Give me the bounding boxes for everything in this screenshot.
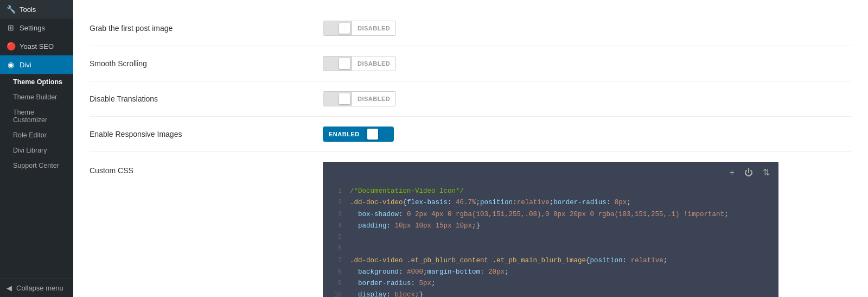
setting-enable-responsive-images: Enable Responsive Images ENABLED	[90, 117, 852, 152]
toggle-grab-first-post-image[interactable]: DISABLED	[323, 21, 396, 36]
sidebar-item-divi-library[interactable]: Divi Library	[0, 143, 73, 158]
toggle-label: DISABLED	[352, 56, 395, 71]
sidebar-item-tools-label: Tools	[20, 5, 36, 14]
code-line-4: 4 padding: 10px 10px 15px 10px;}	[323, 220, 778, 232]
setting-smooth-scrolling: Smooth Scrolling DISABLED	[90, 46, 852, 81]
sidebar-item-support-center[interactable]: Support Center	[0, 158, 73, 173]
toggle-label: DISABLED	[352, 92, 395, 106]
collapse-menu-button[interactable]: ◀ Collapse menu	[0, 279, 73, 297]
sidebar-item-divi-label: Divi	[20, 61, 31, 69]
setting-disable-translations: Disable Translations DISABLED	[90, 81, 852, 117]
toggle-enable-responsive-images[interactable]: ENABLED	[323, 127, 394, 142]
toggle-disable-translations[interactable]: DISABLED	[323, 91, 396, 106]
code-line-3: 3 box-shadow: 0 2px 4px 0 rgba(103,151,2…	[323, 209, 778, 220]
code-line-1: 1 /*Documentation-Video Icon*/	[323, 186, 778, 197]
toggle-thumb-enabled	[367, 129, 378, 140]
sidebar-item-yoast[interactable]: 🔴 Yoast SEO	[0, 37, 73, 55]
sidebar-item-theme-customizer[interactable]: Theme Customizer	[0, 105, 73, 128]
sidebar-item-tools[interactable]: 🔧 Tools	[0, 0, 73, 18]
sidebar-item-divi[interactable]: ◉ Divi	[0, 55, 73, 74]
setting-label-disable-translations: Disable Translations	[90, 94, 323, 103]
setting-grab-first-post-image: Grab the first post image DISABLED	[90, 11, 852, 46]
code-line-8: 8 background: #000;margin-bottom: 20px;	[323, 267, 778, 278]
code-line-7: 7 .dd-doc-video .et_pb_blurb_content .et…	[323, 255, 778, 267]
css-editor[interactable]: + ⏻ ⇅ 1 /*Documentation-Video Icon*/ 2 .…	[323, 162, 778, 297]
toggle-thumb	[339, 58, 350, 69]
setting-label-grab-first-post-image: Grab the first post image	[90, 24, 323, 33]
sidebar-item-settings-label: Settings	[20, 24, 45, 32]
divi-submenu: Theme Options Theme Builder Theme Custom…	[0, 74, 73, 173]
tools-icon: 🔧	[7, 5, 15, 14]
code-line-9: 9 border-radius: 5px;	[323, 278, 778, 289]
css-editor-toolbar: + ⏻ ⇅	[323, 162, 778, 183]
toggle-label: DISABLED	[352, 21, 395, 35]
main-content: Grab the first post image DISABLED Smoot…	[73, 0, 868, 297]
code-line-5: 5	[323, 232, 778, 243]
setting-label-custom-css: Custom CSS	[90, 162, 323, 175]
code-line-6: 6	[323, 243, 778, 255]
sidebar-item-settings[interactable]: ⊞ Settings	[0, 18, 73, 37]
settings-icon: ⊞	[7, 23, 15, 32]
setting-custom-css: Custom CSS + ⏻ ⇅ 1 /*Documentation-Video…	[90, 152, 852, 297]
css-power-button[interactable]: ⏻	[742, 167, 755, 179]
css-add-button[interactable]: +	[727, 167, 737, 179]
divi-icon: ◉	[7, 60, 15, 69]
toggle-track-enabled	[365, 127, 393, 141]
toggle-track	[323, 92, 352, 106]
css-expand-button[interactable]: ⇅	[761, 166, 772, 179]
toggle-label-enabled: ENABLED	[323, 127, 365, 141]
toggle-thumb	[339, 93, 350, 104]
sidebar-item-theme-builder[interactable]: Theme Builder	[0, 90, 73, 105]
toggle-track	[323, 21, 352, 35]
sidebar-item-role-editor[interactable]: Role Editor	[0, 128, 73, 143]
sidebar-item-theme-options[interactable]: Theme Options	[0, 74, 73, 90]
setting-label-enable-responsive-images: Enable Responsive Images	[90, 130, 323, 138]
toggle-smooth-scrolling[interactable]: DISABLED	[323, 56, 396, 71]
code-line-2: 2 .dd-doc-video{flex-basis: 46.7%;positi…	[323, 197, 778, 208]
collapse-icon: ◀	[7, 284, 12, 292]
sidebar-item-yoast-label: Yoast SEO	[20, 42, 54, 50]
code-line-10: 10 display: block;}	[323, 289, 778, 297]
settings-content: Grab the first post image DISABLED Smoot…	[73, 0, 868, 297]
yoast-icon: 🔴	[7, 42, 15, 50]
toggle-thumb	[339, 23, 350, 34]
css-editor-body[interactable]: 1 /*Documentation-Video Icon*/ 2 .dd-doc…	[323, 183, 778, 297]
sidebar: 🔧 Tools ⊞ Settings 🔴 Yoast SEO ◉ Divi Th…	[0, 0, 73, 297]
toggle-track	[323, 56, 352, 71]
setting-label-smooth-scrolling: Smooth Scrolling	[90, 59, 323, 68]
